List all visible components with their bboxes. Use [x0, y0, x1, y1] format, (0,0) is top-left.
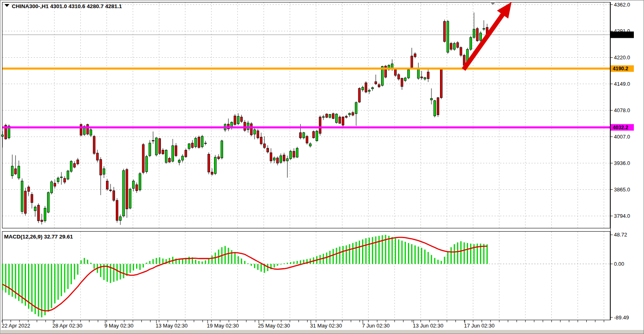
price-badge-support-label: 4032.2	[613, 125, 628, 130]
macd-bar	[12, 264, 13, 297]
candle-body	[103, 169, 105, 174]
candle-body	[352, 113, 354, 115]
time-axis-label: 13 May 02:30	[156, 323, 188, 329]
macd-bar	[362, 239, 363, 264]
candle-body	[263, 144, 265, 147]
candle-body	[434, 101, 436, 116]
macd-bar	[247, 263, 249, 264]
candle-body	[244, 122, 246, 130]
macd-panel-border	[2, 232, 610, 320]
candle-body	[18, 166, 20, 178]
macd-bar	[205, 260, 206, 264]
time-axis-label: 7 Jun 02:30	[362, 323, 390, 329]
macd-bar	[179, 260, 180, 264]
candle-body	[175, 145, 177, 156]
price-axis[interactable]: 4362.04291.04220.04149.04078.04007.03936…	[610, 2, 634, 320]
candle-body	[198, 137, 200, 147]
macd-bar	[133, 264, 134, 271]
candle-body	[162, 150, 164, 154]
candle-body	[126, 169, 128, 209]
macd-bar	[159, 257, 160, 264]
candle-body	[440, 69, 442, 98]
chart-canvas[interactable]: 4362.04291.04220.04149.04078.04007.03936…	[0, 0, 644, 334]
candle-body	[254, 130, 256, 134]
candle-body	[375, 82, 377, 84]
macd-bar	[254, 264, 255, 268]
macd-bar	[395, 238, 396, 264]
macd-bar	[41, 264, 42, 318]
candle-body	[332, 114, 334, 119]
candle-body	[362, 87, 364, 90]
macd-bar	[356, 242, 357, 264]
candle-body	[371, 88, 373, 89]
candle-body	[2, 135, 4, 137]
candle-body	[37, 205, 39, 221]
macd-bar	[244, 261, 245, 264]
macd-bar	[113, 264, 115, 282]
macd-bar	[117, 264, 118, 281]
macd-bar	[195, 260, 196, 264]
time-axis-label: 22 Apr 2022	[2, 323, 30, 329]
candle-body	[201, 137, 203, 147]
candle-body	[395, 69, 397, 76]
candle-body	[28, 187, 30, 191]
price-axis-label: 3936.0	[614, 160, 630, 166]
macd-bar	[333, 249, 334, 264]
macd-bar	[411, 244, 412, 264]
time-axis-label: 9 May 02:30	[104, 323, 134, 329]
macd-bar	[290, 262, 291, 264]
candle-body	[123, 171, 125, 216]
macd-bar	[378, 236, 379, 264]
candle-body	[319, 117, 321, 133]
macd-bar	[284, 263, 285, 264]
candle-body	[217, 157, 219, 159]
time-axis[interactable]: 22 Apr 202228 Apr 02:309 May 02:3013 May…	[2, 320, 604, 329]
candle-body	[15, 169, 17, 174]
macd-bar	[392, 237, 393, 264]
candle-body	[116, 200, 118, 220]
candle-body	[408, 70, 410, 78]
candle-body	[329, 115, 331, 117]
macd-bar	[434, 258, 435, 264]
macd-bar	[339, 247, 340, 264]
macd-bar	[414, 245, 416, 264]
macd-bar	[149, 261, 150, 264]
macd-bar	[326, 253, 327, 264]
candle-body	[260, 137, 262, 143]
candle-body	[44, 208, 46, 221]
candle-body	[306, 137, 308, 143]
candle-body	[398, 75, 400, 79]
candle-body	[277, 158, 279, 163]
candle-body	[270, 153, 272, 161]
macd-bar	[405, 242, 406, 264]
window-bottom-strip	[1, 330, 644, 334]
candle-body	[411, 56, 413, 67]
macd-bar	[447, 252, 449, 264]
macd-bar	[437, 260, 438, 264]
candle-body	[457, 43, 459, 48]
candle-body	[54, 183, 56, 186]
macd-bar	[139, 264, 141, 270]
macd-bar	[330, 251, 331, 264]
candle-body	[414, 54, 416, 56]
time-axis-label: 25 May 02:30	[258, 323, 290, 329]
candle-body	[303, 132, 305, 138]
candle-body	[50, 182, 52, 193]
macd-bar	[100, 264, 101, 277]
macd-bar	[93, 264, 95, 269]
macd-bar	[470, 244, 471, 264]
candle-body	[342, 117, 344, 125]
macd-bar	[483, 244, 484, 264]
macd-bar	[9, 264, 10, 295]
time-axis-label: 17 Jun 02:30	[464, 323, 494, 329]
candle-body	[185, 150, 187, 156]
macd-bar	[182, 259, 183, 264]
macd-bar	[90, 263, 91, 264]
macd-value-axis[interactable]: 48.720.00-89.49	[610, 232, 629, 320]
macd-bar	[277, 264, 278, 266]
candle-body	[67, 171, 69, 179]
macd-bar	[280, 264, 282, 265]
macd-bar	[467, 243, 468, 264]
macd-bar	[54, 264, 55, 304]
macd-bar	[260, 264, 262, 272]
